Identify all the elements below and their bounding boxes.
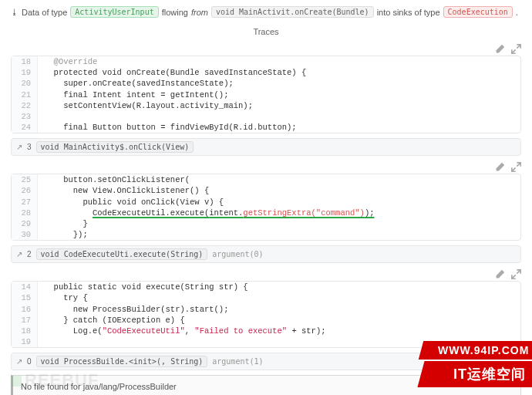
code-line: 29 } [12, 218, 520, 229]
line-number: 18 [12, 56, 38, 67]
trace-step-method: void MainActivity$.onClick(View) [36, 141, 194, 153]
code-line: 21 final Intent intent = getIntent(); [12, 89, 520, 100]
trace-step-arg: argument(0) [212, 250, 263, 258]
code-content: button.setOnClickListener( [38, 174, 190, 185]
trace-step-method: void ProcessBuilde.<init>(, String) [36, 356, 208, 367]
trace-step-method: void CodeExecuteUti.execute(String) [36, 248, 208, 260]
code-content: public void onClick(View v) { [38, 197, 224, 208]
code-block-1: 18 @Override19 protected void onCreate(B… [11, 56, 521, 133]
code-content: protected void onCreate(Bundle savedInst… [38, 67, 306, 78]
expand-icon[interactable] [511, 44, 521, 54]
code-content: super.onCreate(savedInstanceState); [38, 78, 234, 89]
code-line: 28 CodeExecuteUtil.execute(intent.getStr… [12, 208, 520, 218]
section-title-traces: Traces [0, 24, 532, 42]
line-number: 19 [12, 336, 38, 347]
code-line: 30 }); [12, 229, 520, 240]
watermark-text: REEBUF [25, 370, 99, 390]
code-block-3: 14 public static void execute(String str… [11, 281, 521, 348]
line-number: 16 [12, 304, 38, 315]
code-content: } [38, 218, 88, 229]
code-content: } catch (IOException e) { [38, 315, 185, 326]
trace-step-1[interactable]: ↗ 3 void MainActivity$.onClick(View) [11, 138, 521, 156]
code-content: }); [38, 229, 88, 240]
line-number: 23 [12, 111, 38, 122]
line-number: 15 [12, 292, 38, 303]
code-line: 26 new View.OnClickListener() { [12, 185, 520, 196]
code-line: 18 Log.e("CodeExecuteUtil", "Failed to e… [12, 326, 520, 336]
edit-icon[interactable] [495, 269, 505, 279]
down-arrow-icon: ⭳ [11, 8, 19, 16]
line-number: 26 [12, 185, 38, 196]
line-number: 17 [12, 315, 38, 326]
line-number: 22 [12, 100, 38, 111]
code-toolbar [11, 42, 521, 56]
edit-icon[interactable] [495, 44, 505, 54]
watermark-icon [11, 376, 22, 387]
code-line: 27 public void onClick(View v) { [12, 197, 520, 208]
code-content: new View.OnClickListener() { [38, 185, 209, 196]
header-mid1i: from [191, 8, 208, 17]
header-mid2: into sinks of type [377, 8, 440, 17]
header-period: . [516, 8, 518, 17]
line-number: 21 [12, 89, 38, 100]
banner-url: WWW.94IP.COM [418, 341, 532, 360]
source-type-tag[interactable]: ActivityUserInput [70, 6, 158, 18]
line-number: 28 [12, 208, 38, 218]
line-number: 25 [12, 174, 38, 185]
header-mid1: flowing [162, 8, 188, 17]
trace-step-num: 3 [27, 143, 32, 151]
code-content: new ProcessBuilder(str).start(); [38, 304, 228, 315]
code-toolbar [11, 160, 521, 174]
line-number: 29 [12, 218, 38, 229]
sink-type-tag[interactable]: CodeExecution [443, 6, 513, 18]
code-line: 14 public static void execute(String str… [12, 282, 520, 292]
trace-step-num: 0 [27, 357, 32, 366]
code-content: Log.e("CodeExecuteUtil", "Failed to exec… [38, 326, 326, 336]
trace-step-2[interactable]: ↗ 2 void CodeExecuteUti.execute(String) … [11, 245, 521, 263]
code-line: 17 } catch (IOException e) { [12, 315, 520, 326]
trace-arrow-icon: ↗ [16, 143, 22, 151]
data-flow-header: ⭳ Data of type ActivityUserInput flowing… [0, 0, 532, 24]
code-line: 16 new ProcessBuilder(str).start(); [12, 304, 520, 315]
trace-step-num: 2 [27, 250, 32, 258]
line-number: 24 [12, 122, 38, 133]
expand-icon[interactable] [511, 162, 521, 172]
code-line: 18 @Override [12, 56, 520, 67]
banner-title: IT运维空间 [417, 361, 532, 387]
line-number: 20 [12, 78, 38, 89]
line-number: 30 [12, 229, 38, 240]
code-content [38, 111, 44, 122]
line-number: 14 [12, 282, 38, 292]
watermark-logo: REEBUF [11, 370, 99, 390]
promo-banner: WWW.94IP.COM IT运维空间 [421, 341, 532, 387]
code-content: public static void execute(String str) { [38, 282, 248, 292]
trace-arrow-icon: ↗ [16, 250, 22, 258]
edit-icon[interactable] [495, 162, 505, 172]
code-line: 22 setContentView(R.layout.activity_main… [12, 100, 520, 111]
code-toolbar [11, 268, 521, 281]
code-line: 19 protected void onCreate(Bundle savedI… [12, 67, 520, 78]
trace-step-arg: argument(1) [212, 357, 263, 366]
code-content: CodeExecuteUtil.execute(intent.getString… [38, 208, 375, 218]
line-number: 19 [12, 67, 38, 78]
code-line: 15 try { [12, 292, 520, 303]
code-line: 25 button.setOnClickListener( [12, 174, 520, 185]
code-content: try { [38, 292, 88, 303]
code-line: 24 final Button button = findViewById(R.… [12, 122, 520, 133]
code-line: 20 super.onCreate(savedInstanceState); [12, 78, 520, 89]
line-number: 27 [12, 197, 38, 208]
code-block-2: 25 button.setOnClickListener(26 new View… [11, 174, 521, 241]
code-content: final Intent intent = getIntent(); [38, 89, 228, 100]
expand-icon[interactable] [511, 269, 521, 279]
header-prefix: Data of type [22, 8, 67, 17]
method-tag[interactable]: void MainActivit.onCreate(Bundle) [211, 6, 374, 18]
code-content: setContentView(R.layout.activity_main); [38, 100, 253, 111]
code-line: 23 [12, 111, 520, 122]
line-number: 18 [12, 326, 38, 336]
code-content [38, 336, 44, 347]
code-content: @Override [38, 56, 97, 67]
trace-arrow-icon: ↗ [16, 357, 22, 366]
code-content: final Button button = findViewById(R.id.… [38, 122, 297, 133]
